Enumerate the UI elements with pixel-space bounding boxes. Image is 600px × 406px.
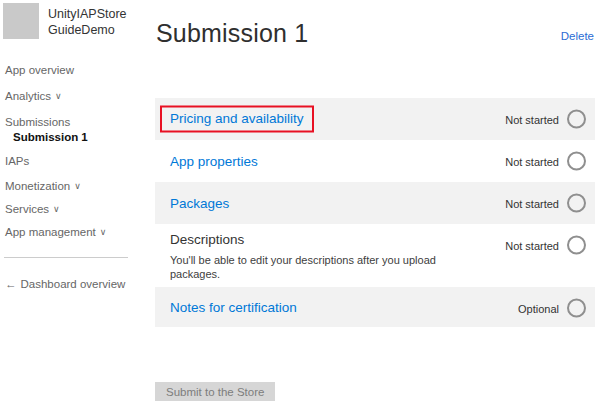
pricing-and-availability-link[interactable]: Pricing and availability bbox=[160, 106, 314, 133]
checklist-row-notes-for-certification: Notes for certification Optional bbox=[155, 287, 595, 327]
descriptions-label: Descriptions bbox=[170, 232, 244, 247]
sidebar-item-submission-1[interactable]: Submission 1 bbox=[13, 131, 92, 143]
sidebar-item-label: Submissions bbox=[5, 116, 70, 128]
main-content: Submission 1 Delete Pricing and availabi… bbox=[155, 0, 595, 406]
sidebar-divider bbox=[4, 257, 128, 258]
status-circle-icon bbox=[567, 236, 586, 255]
app-name-line2: GuideDemo bbox=[48, 22, 127, 38]
app-properties-link[interactable]: App properties bbox=[170, 154, 258, 169]
sidebar-item-label: Analytics bbox=[5, 90, 51, 102]
checklist-row-packages: Packages Not started bbox=[155, 182, 595, 224]
status-circle-icon bbox=[567, 152, 586, 171]
status-label: Optional bbox=[518, 302, 559, 314]
sidebar: UnityIAPStore GuideDemo App overview Ana… bbox=[0, 0, 150, 406]
row-status: Not started bbox=[505, 194, 586, 213]
packages-link[interactable]: Packages bbox=[170, 196, 229, 211]
status-circle-icon bbox=[567, 110, 586, 129]
sidebar-item-iaps[interactable]: IAPs bbox=[5, 155, 33, 167]
app-icon bbox=[3, 3, 39, 39]
page-title: Submission 1 bbox=[156, 19, 308, 48]
chevron-down-icon: ∨ bbox=[100, 227, 107, 237]
checklist-row-descriptions: Descriptions You'll be able to edit your… bbox=[155, 224, 595, 287]
sidebar-item-label: App management bbox=[5, 226, 96, 238]
app-name-line1: UnityIAPStore bbox=[48, 6, 127, 22]
sidebar-item-analytics[interactable]: Analytics∨ bbox=[5, 90, 62, 102]
sidebar-item-app-overview[interactable]: App overview bbox=[5, 64, 78, 76]
status-circle-icon bbox=[567, 299, 586, 318]
sidebar-item-label: Services bbox=[5, 203, 49, 215]
sidebar-item-label: Submission 1 bbox=[13, 131, 88, 143]
dashboard-overview-link[interactable]: ←Dashboard overview bbox=[5, 278, 125, 290]
delete-link[interactable]: Delete bbox=[561, 30, 594, 42]
back-link-label: Dashboard overview bbox=[21, 278, 126, 290]
submit-to-store-button[interactable]: Submit to the Store bbox=[155, 382, 275, 401]
row-status: Optional bbox=[518, 299, 586, 318]
submission-page: UnityIAPStore GuideDemo App overview Ana… bbox=[0, 0, 600, 406]
chevron-down-icon: ∨ bbox=[53, 204, 60, 214]
sidebar-item-submissions[interactable]: Submissions bbox=[5, 116, 74, 128]
status-label: Not started bbox=[505, 113, 559, 125]
sidebar-item-label: Monetization bbox=[5, 180, 70, 192]
sidebar-item-monetization[interactable]: Monetization∨ bbox=[5, 180, 81, 192]
app-name: UnityIAPStore GuideDemo bbox=[48, 6, 127, 38]
descriptions-note: You'll be able to edit your descriptions… bbox=[170, 254, 440, 281]
row-status: Not started bbox=[505, 152, 586, 171]
status-label: Not started bbox=[505, 197, 559, 209]
checklist-row-app-properties: App properties Not started bbox=[155, 140, 595, 182]
sidebar-item-app-management[interactable]: App management∨ bbox=[5, 226, 106, 238]
notes-for-certification-link[interactable]: Notes for certification bbox=[170, 300, 297, 315]
submission-checklist: Pricing and availability Not started App… bbox=[155, 98, 595, 327]
sidebar-item-label: App overview bbox=[5, 64, 74, 76]
chevron-down-icon: ∨ bbox=[55, 91, 62, 101]
sidebar-item-services[interactable]: Services∨ bbox=[5, 203, 60, 215]
back-arrow-icon: ← bbox=[5, 278, 17, 290]
status-label: Not started bbox=[505, 239, 559, 251]
status-circle-icon bbox=[567, 194, 586, 213]
sidebar-item-label: IAPs bbox=[5, 155, 29, 167]
chevron-down-icon: ∨ bbox=[74, 181, 81, 191]
row-status: Not started bbox=[505, 110, 586, 129]
row-status: Not started bbox=[505, 236, 586, 255]
status-label: Not started bbox=[505, 155, 559, 167]
checklist-row-pricing: Pricing and availability Not started bbox=[155, 98, 595, 140]
